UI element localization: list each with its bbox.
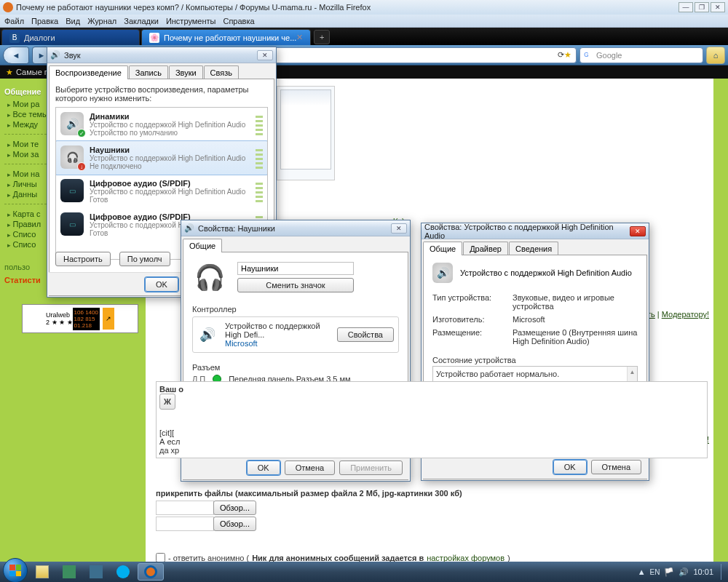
sound-dialog-close-button[interactable]: ✕ [257, 50, 273, 60]
attach-header: прикрепить файлы (максимальный размер фа… [156, 489, 708, 498]
window-restore-button[interactable]: ❐ [695, 2, 709, 12]
uralweb-banner[interactable]: Uralweb 2 ★ ★ ★ 106 1400 182 815 01.218 … [22, 304, 138, 333]
hp-cancel-button[interactable]: Отмена [285, 461, 335, 475]
dev-dialog-close-button[interactable]: ✕ [630, 226, 646, 236]
start-button[interactable] [3, 558, 28, 582]
sound-dialog-tabs: Воспроизведение Запись Звуки Связь [47, 63, 276, 79]
reload-icon[interactable]: ⟳ [558, 50, 564, 60]
tab-umama[interactable]: 🌸 Почему не работают наушники че... ✕ [141, 29, 311, 45]
speaker-device-icon: ✓ [60, 112, 84, 135]
taskbar-skype[interactable] [111, 563, 135, 581]
menu-edit[interactable]: Правка [31, 17, 58, 25]
hp-dialog-title: Свойства: Наушники [198, 224, 275, 233]
banner-name: Uralweb [46, 311, 73, 319]
hp-dialog-titlebar[interactable]: 🔊 Свойства: Наушники ✕ [181, 220, 410, 236]
hp-apply-button[interactable]: Применить [339, 461, 403, 475]
tray-clock[interactable]: 10:01 [693, 567, 713, 576]
menu-tools[interactable]: Инструменты [166, 17, 216, 25]
show-desktop-button[interactable] [721, 564, 725, 580]
taskbar-app-2[interactable] [84, 563, 108, 581]
anon-suffix: ) [507, 554, 510, 562]
level-meter-icon [256, 147, 263, 169]
device-name-input[interactable] [237, 262, 354, 275]
taskbar-firefox[interactable] [138, 563, 164, 581]
sound-dialog-titlebar[interactable]: 🔊 Звук ✕ [47, 47, 276, 63]
tab-sounds[interactable]: Звуки [169, 65, 203, 79]
taskbar-explorer[interactable] [30, 563, 55, 581]
sound-ok-button[interactable]: OK [145, 277, 178, 292]
device-row-spdif[interactable]: Цифровое аудио (S/PDIF) Устройство с под… [56, 175, 267, 208]
explorer-icon [36, 565, 49, 578]
menu-bookmarks[interactable]: Закладки [124, 17, 159, 25]
tray-volume-icon[interactable]: 🔊 [678, 567, 689, 577]
bold-button[interactable]: Ж [159, 394, 175, 410]
search-placeholder: Google [596, 51, 622, 60]
firefox-menubar[interactable]: Файл Правка Вид Журнал Закладки Инструме… [0, 15, 728, 28]
device-row-headphones[interactable]: ↓ Наушники Устройство с поддержкой High … [55, 140, 268, 175]
tab-playback[interactable]: Воспроизведение [49, 65, 128, 79]
attach-files-section: прикрепить файлы (максимальный размер фа… [156, 489, 708, 533]
attachment-thumbnail[interactable] [277, 86, 335, 180]
window-close-button[interactable]: ✕ [711, 2, 725, 12]
tab-comm[interactable]: Связь [204, 65, 239, 79]
tray-show-hidden-icon[interactable]: ▲ [638, 567, 646, 576]
dev-dialog-titlebar[interactable]: Свойства: Устройство с поддержкой High D… [422, 223, 649, 239]
umama-icon: 🌸 [149, 33, 159, 43]
tab-close-icon[interactable]: ✕ [296, 33, 303, 42]
loc-value: Размещение 0 (Внутренняя шина High Defin… [513, 328, 638, 346]
banner-stat: 106 1400 [74, 309, 98, 316]
dev-ok-button[interactable]: OK [553, 460, 587, 474]
new-tab-button[interactable]: + [314, 30, 330, 44]
taskbar-app-1[interactable] [57, 563, 82, 581]
menu-history[interactable]: Журнал [87, 17, 116, 25]
tab-label: Почему не работают наушники че... [164, 33, 296, 42]
controller-vendor-link[interactable]: Microsoft [225, 339, 330, 348]
sound-dialog-title: Звук [64, 51, 81, 60]
nav-back-button[interactable]: ◄ [3, 47, 29, 64]
app-icon [63, 565, 76, 578]
file-input[interactable] [156, 517, 214, 531]
audio-device-icon: 🔊 [432, 263, 453, 283]
device-row-speakers[interactable]: ✓ Динамики Устройство с поддержкой High … [56, 108, 267, 141]
configure-button[interactable]: Настроить [55, 252, 111, 266]
tray-flag-icon[interactable]: 🏳️ [664, 567, 674, 577]
moderator-link[interactable]: Модератору! [662, 310, 709, 319]
file-input[interactable] [156, 501, 214, 515]
headphone-device-icon: ↓ [60, 146, 84, 169]
language-indicator[interactable]: EN [650, 568, 660, 576]
set-default-button[interactable]: По умолч [119, 252, 170, 266]
hp-ok-button[interactable]: OK [247, 461, 280, 475]
search-bar[interactable]: G Google [579, 47, 703, 63]
menu-view[interactable]: Вид [66, 17, 80, 25]
bookmark-star-icon[interactable]: ★ [564, 50, 571, 60]
forum-settings-link[interactable]: настройках форумов [427, 554, 505, 562]
hp-tab-general[interactable]: Общие [183, 239, 222, 252]
change-icon-button[interactable]: Сменить значок [237, 278, 354, 292]
dev-tab-details[interactable]: Сведения [509, 242, 558, 255]
menu-help[interactable]: Справка [223, 17, 254, 25]
tab-record[interactable]: Запись [129, 65, 168, 79]
firefox-tabstrip: В Диалоги 🌸 Почему не работают наушники … [0, 28, 728, 45]
reply-form: Ваш о Ж [cit][ А есл да хр [156, 381, 708, 458]
vk-icon: В [9, 33, 20, 43]
window-minimize-button[interactable]: — [678, 2, 693, 12]
device-status-label: Состояние устройства [432, 356, 638, 364]
reply-label: Ваш о [159, 385, 183, 394]
controller-properties-button[interactable]: Свойства [337, 327, 394, 342]
browse-button[interactable]: Обзор... [213, 517, 256, 531]
tab-dialogs[interactable]: В Диалоги [1, 29, 140, 45]
nav-home-button[interactable]: ⌂ [706, 47, 725, 64]
app-icon [90, 565, 103, 578]
menu-file[interactable]: Файл [4, 17, 24, 25]
banner-stat: 182 815 [74, 316, 98, 322]
dev-tab-driver[interactable]: Драйвер [463, 242, 508, 255]
hp-dialog-close-button[interactable]: ✕ [391, 223, 407, 234]
dev-tab-general[interactable]: Общие [423, 242, 462, 255]
dev-cancel-button[interactable]: Отмена [591, 460, 641, 474]
browse-button[interactable]: Обзор... [213, 501, 256, 515]
google-icon: G [583, 50, 593, 60]
type-key: Тип устройства: [432, 293, 513, 311]
firefox-titlebar: Почему не работают наушники через комп? … [0, 0, 728, 15]
reply-text-line: А есл [159, 437, 704, 446]
level-meter-icon [256, 180, 263, 202]
